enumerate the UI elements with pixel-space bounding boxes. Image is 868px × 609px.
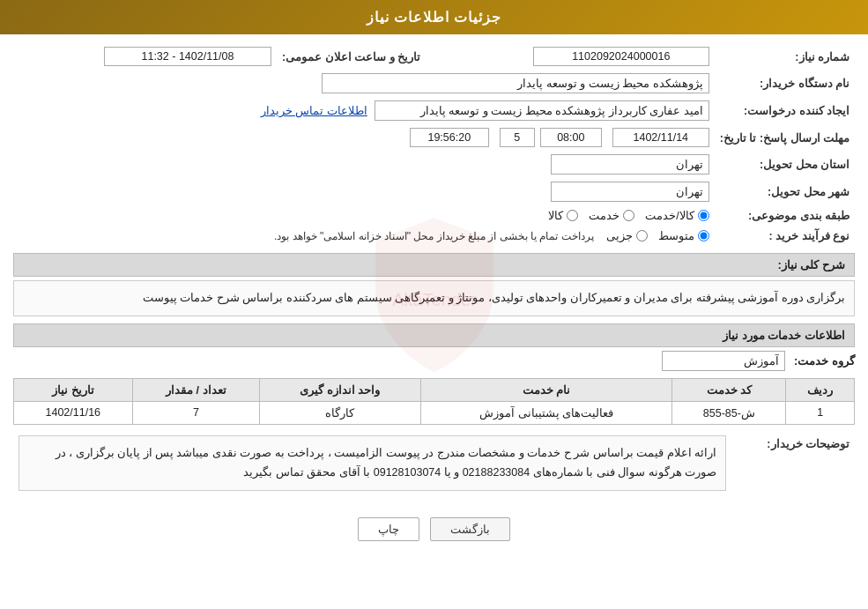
purchase-type-note: پرداخت تمام یا بخشی از مبلغ خریداز محل "… bbox=[274, 230, 594, 242]
creator-label: ایجاد کننده درخواست: bbox=[715, 97, 855, 124]
category-radio-kala-khedmat[interactable] bbox=[698, 210, 709, 221]
footer-buttons: بازگشت چاپ bbox=[13, 509, 855, 554]
send-deadline-time: 08:00 bbox=[540, 128, 602, 147]
cell-date: 1402/11/16 bbox=[14, 401, 133, 424]
info-table: شماره نیاز: 1102092024000016 تاریخ و ساع… bbox=[13, 43, 855, 246]
services-title: اطلاعات خدمات مورد نیاز bbox=[13, 323, 855, 347]
category-option-kala[interactable]: کالا bbox=[548, 209, 578, 222]
purchase-type-jozi[interactable]: جزیی bbox=[606, 229, 648, 242]
purchase-type-radio-group: متوسط جزیی bbox=[606, 229, 709, 242]
send-deadline-date: 1402/11/14 bbox=[612, 128, 709, 147]
need-number-value: 1102092024000016 bbox=[533, 47, 709, 66]
buyer-org-label: نام دستگاه خریدار: bbox=[715, 70, 855, 97]
category-label: طبقه بندی موضوعی: bbox=[715, 205, 855, 226]
send-deadline-remaining: 19:56:20 bbox=[410, 128, 489, 147]
buyer-notes-title: توضیحات خریدار: bbox=[731, 432, 855, 501]
cell-qty: 7 bbox=[132, 401, 259, 424]
city-value: تهران bbox=[551, 182, 709, 202]
cell-name: فعالیت‌های پشتیبانی آموزش bbox=[420, 401, 672, 424]
send-deadline-days: 5 bbox=[500, 128, 535, 147]
page-header: جزئیات اطلاعات نیاز bbox=[0, 0, 868, 34]
category-radio-group: کالا/خدمت خدمت کالا bbox=[19, 209, 709, 222]
col-header-row: ردیف bbox=[786, 378, 855, 401]
col-header-unit: واحد اندازه گیری bbox=[260, 378, 421, 401]
city-label: شهر محل تحویل: bbox=[715, 178, 855, 205]
cell-unit: کارگاه bbox=[260, 401, 421, 424]
service-group-row: گروه خدمت: آموزش bbox=[13, 351, 855, 371]
category-option-khedmat[interactable]: خدمت bbox=[589, 209, 634, 222]
purchase-type-radio-jozi[interactable] bbox=[636, 230, 648, 241]
province-label: استان محل تحویل: bbox=[715, 151, 855, 178]
announce-label: تاریخ و ساعت اعلان عمومی: bbox=[277, 43, 438, 70]
creator-value: امید عفاری کاربرداز پژوهشکده محیط زیست و… bbox=[375, 100, 709, 121]
service-group-label: گروه خدمت: bbox=[794, 354, 855, 368]
back-button[interactable]: بازگشت bbox=[430, 517, 510, 541]
col-header-name: نام خدمت bbox=[420, 378, 672, 401]
contact-link[interactable]: اطلاعات تماس خریدار bbox=[261, 104, 367, 117]
cell-row: 1 bbox=[786, 401, 855, 424]
services-table: ردیف کد خدمت نام خدمت واحد اندازه گیری ت… bbox=[13, 378, 855, 425]
purchase-type-radio-motavaset[interactable] bbox=[698, 230, 709, 241]
print-button[interactable]: چاپ bbox=[358, 517, 419, 541]
purchase-type-label: نوع فرآیند خرید : bbox=[715, 226, 855, 246]
service-group-value: آموزش bbox=[662, 351, 785, 371]
announce-value: 1402/11/08 - 11:32 bbox=[104, 47, 271, 66]
purchase-type-motavaset[interactable]: متوسط bbox=[658, 229, 709, 242]
col-header-date: تاریخ نیاز bbox=[14, 378, 133, 401]
need-description: برگزاری دوره آموزشی پیشرفته برای مدیران … bbox=[13, 280, 855, 316]
page-title: جزئیات اطلاعات نیاز bbox=[367, 10, 502, 25]
category-option-kala-khedmat[interactable]: کالا/خدمت bbox=[645, 209, 708, 222]
need-number-label: شماره نیاز: bbox=[715, 43, 855, 70]
buyer-org-value: پژوهشکده محیط زیست و توسعه پایدار bbox=[322, 73, 709, 93]
cell-code: ش-85-855 bbox=[672, 401, 786, 424]
table-row: 1 ش-85-855 فعالیت‌های پشتیبانی آموزش کار… bbox=[14, 401, 855, 424]
need-description-title: شرح کلی نیاز: bbox=[13, 253, 855, 277]
category-radio-khedmat[interactable] bbox=[623, 210, 634, 221]
buyer-notes: ارائه اعلام قیمت براساس شر ح خدمات و مشخ… bbox=[19, 435, 726, 491]
col-header-code: کد خدمت bbox=[672, 378, 786, 401]
category-radio-kala[interactable] bbox=[567, 210, 578, 221]
buyer-notes-table: توضیحات خریدار: ارائه اعلام قیمت براساس … bbox=[13, 432, 855, 501]
province-value: تهران bbox=[551, 154, 709, 175]
col-header-qty: تعداد / مقدار bbox=[132, 378, 259, 401]
send-deadline-label: مهلت ارسال پاسخ: تا تاریخ: bbox=[715, 124, 855, 151]
